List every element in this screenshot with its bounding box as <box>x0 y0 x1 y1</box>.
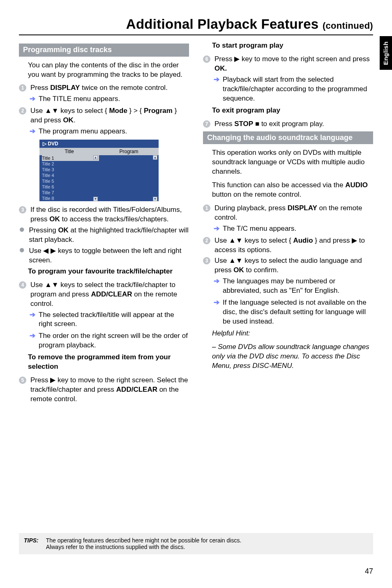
page-title-continued: (continued) <box>323 21 373 31</box>
dvd-menu-title-item: Title 7 <box>42 190 99 195</box>
arrow-icon: ➔ <box>214 75 219 103</box>
page-number: 47 <box>365 567 373 576</box>
bullet-icon: ● <box>19 225 25 245</box>
step-number-3: 3 <box>203 257 210 264</box>
step-number-2: 2 <box>203 237 210 244</box>
dvd-menu-col-program: Program <box>99 148 159 155</box>
step-1-result: ➔ The TITLE menu appears. <box>30 94 189 104</box>
tips-bar: TIPS: The operating features described h… <box>19 533 373 554</box>
bullet-ok: ● Pressing OK at the highlighted track/f… <box>19 226 189 245</box>
step-number-5: 5 <box>19 377 26 384</box>
step-2-result: ➔ The program menu appears. <box>30 127 189 136</box>
astep-1: 1 During playback, press DISPLAY on the … <box>203 204 373 223</box>
step-number-1: 1 <box>203 204 210 212</box>
step-4-result-2: ➔ The order on the right screen will be … <box>30 331 189 350</box>
dvd-menu-program-scrollbar: ▲ ▼ <box>153 155 157 201</box>
scroll-down-icon: ▼ <box>93 197 98 201</box>
astep-1-result: ➔ The T/C menu appears. <box>214 224 373 234</box>
page-header: Additional Playback Features (continued) <box>19 16 373 35</box>
subhead-start: To start program play <box>212 41 373 51</box>
dvd-menu-col-title: Title <box>39 148 99 155</box>
astep-3-result-2: ➔ If the language selected is not availa… <box>214 298 373 326</box>
subhead-exit: To exit program play <box>212 106 373 115</box>
dvd-menu-title-item: Title 4 <box>42 172 99 178</box>
dvd-menu-title-item: Title 6 <box>42 184 99 190</box>
step-3-text: If the disc is recorded with Titles/Fold… <box>30 205 189 224</box>
step-6-text: Press ▶ key to move to the right screen … <box>214 55 373 74</box>
scroll-up-icon: ▲ <box>153 155 157 160</box>
astep-3: 3 Use ▲▼ keys to select the audio langua… <box>203 256 373 275</box>
step-1-text: Press DISPLAY twice on the remote contro… <box>30 83 189 93</box>
tips-text: The operating features described here mi… <box>46 537 242 550</box>
arrow-icon: ➔ <box>214 298 219 326</box>
dvd-menu-figure: ▷ DVD Title Program Title 1 Title 2 Titl… <box>39 140 159 201</box>
astep-3-result-1: ➔ The languages may be numbered or abbre… <box>214 277 373 296</box>
astep-3-result-1-text: The languages may be numbered or abbrevi… <box>223 277 373 296</box>
bullet-ok-text: Pressing OK at the highlighted track/fil… <box>29 226 189 245</box>
step-5-text: Press ▶ key to move to the right screen.… <box>30 376 189 404</box>
dvd-menu-title-list: Title 1 Title 2 Title 3 Title 4 Title 5 … <box>39 155 99 201</box>
arrow-icon: ➔ <box>30 127 35 136</box>
section-band-programming: Programming disc tracks <box>19 44 189 57</box>
dvd-menu-title-item: Title 3 <box>42 167 99 172</box>
step-6-result-text: Playback will start from the selected tr… <box>223 75 373 103</box>
tips-label: TIPS: <box>24 537 39 550</box>
step-4-result-1: ➔ The selected track/file/title will app… <box>30 310 189 329</box>
subhead-favourite: To program your favourite track/file/cha… <box>28 267 189 276</box>
step-7-text: Press STOP ■ to exit program play. <box>214 119 373 129</box>
step-number-2: 2 <box>19 107 26 115</box>
astep-2-text: Use ▲▼ keys to select { Audio } and pres… <box>214 236 373 255</box>
left-column: Programming disc tracks You can play the… <box>19 41 189 406</box>
audio-intro: This operation works only on DVDs with m… <box>212 148 373 177</box>
bullet-icon: ● <box>19 246 25 265</box>
step-7: 7 Press STOP ■ to exit program play. <box>203 119 373 129</box>
dvd-menu-title-item: Title 1 <box>42 155 99 161</box>
page-title: Additional Playback Features (continued) <box>19 16 373 32</box>
dvd-menu-title-scrollbar: ▲ ▼ <box>93 155 98 201</box>
step-4-result-2-text: The order on the right screen will be th… <box>39 331 189 350</box>
step-4-result-1-text: The selected track/file/title will appea… <box>39 310 189 329</box>
arrow-icon: ➔ <box>30 331 35 350</box>
step-number-1: 1 <box>19 84 26 92</box>
side-language-label: English <box>383 41 390 65</box>
dvd-menu-top: ▷ DVD <box>39 140 159 148</box>
bullet-leftright-text: Use ◀ ▶ keys to toggle between the left … <box>29 246 189 265</box>
step-number-4: 4 <box>19 281 26 289</box>
audio-note: This function can also be accessed via t… <box>212 181 373 200</box>
subhead-remove: To remove the programmed item from your … <box>28 353 189 372</box>
step-2: 2 Use ▲▼ keys to select { Mode } > { Pro… <box>19 106 189 125</box>
bullet-leftright: ● Use ◀ ▶ keys to toggle between the lef… <box>19 246 189 265</box>
astep-1-text: During playback, press DISPLAY on the re… <box>214 204 373 223</box>
step-4-text: Use ▲▼ keys to select the track/file/cha… <box>30 280 189 309</box>
page-title-main: Additional Playback Features <box>126 16 319 32</box>
astep-2: 2 Use ▲▼ keys to select { Audio } and pr… <box>203 236 373 255</box>
astep-1-result-text: The T/C menu appears. <box>223 224 296 234</box>
right-column: To start program play 6 Press ▶ key to m… <box>203 41 373 406</box>
step-5: 5 Press ▶ key to move to the right scree… <box>19 376 189 404</box>
step-2-text: Use ▲▼ keys to select { Mode } > { Progr… <box>30 106 189 125</box>
hint-body: – Some DVDs allow soundtrack language ch… <box>212 342 373 371</box>
programming-intro: You can play the contents of the disc in… <box>28 61 189 80</box>
step-3: 3 If the disc is recorded with Titles/Fo… <box>19 205 189 224</box>
step-number-6: 6 <box>203 55 210 63</box>
step-number-3: 3 <box>19 206 26 214</box>
arrow-icon: ➔ <box>214 277 219 296</box>
dvd-menu-header-row: Title Program <box>39 148 159 155</box>
arrow-icon: ➔ <box>30 310 35 329</box>
dvd-menu-program-list: ▲ ▼ <box>99 155 159 201</box>
step-6: 6 Press ▶ key to move to the right scree… <box>203 55 373 74</box>
arrow-icon: ➔ <box>30 94 35 104</box>
step-number-7: 7 <box>203 120 210 128</box>
arrow-icon: ➔ <box>214 224 219 234</box>
step-1: 1 Press DISPLAY twice on the remote cont… <box>19 83 189 93</box>
dvd-menu-title-item: Title 8 <box>42 195 99 201</box>
step-2-result-text: The program menu appears. <box>39 127 127 136</box>
dvd-menu-title-item: Title 2 <box>42 161 99 167</box>
step-1-result-text: The TITLE menu appears. <box>39 94 120 104</box>
dvd-menu-title-item: Title 5 <box>42 178 99 184</box>
astep-3-text: Use ▲▼ keys to select the audio language… <box>214 256 373 275</box>
scroll-down-icon: ▼ <box>153 197 157 201</box>
content-columns: Programming disc tracks You can play the… <box>19 41 373 406</box>
side-language-tab: English <box>380 36 392 70</box>
scroll-up-icon: ▲ <box>93 155 98 160</box>
